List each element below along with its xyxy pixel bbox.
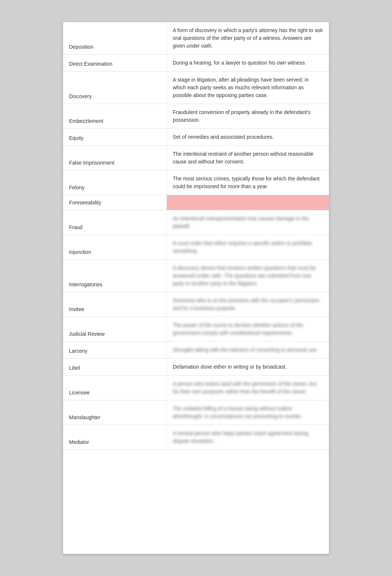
table-row: FraudAn intentional misrepresentation th… bbox=[63, 210, 329, 235]
definition-cell bbox=[166, 195, 329, 210]
definition-cell: Wrongful taking with the intention of co… bbox=[166, 342, 329, 358]
definition-cell: An intentional misrepresentation that ca… bbox=[166, 210, 329, 235]
term-cell: Larceny bbox=[63, 342, 166, 358]
term-cell: Judicial Review bbox=[63, 317, 166, 341]
table-row: EmbezzlementFraudulent conversion of pro… bbox=[63, 104, 329, 129]
term-cell: Injunction bbox=[63, 235, 166, 259]
table-row: False ImprisonmentThe intentional restra… bbox=[63, 146, 329, 170]
definition-cell: Someone who is on the premises with the … bbox=[166, 292, 329, 317]
definition-cell: Set of remedies and associated procedure… bbox=[166, 129, 329, 145]
table-row: InterrogatoriesA discovery device that i… bbox=[63, 260, 329, 292]
term-cell: Foreseeability bbox=[63, 195, 166, 210]
definition-cell: The power of the courts to declare wheth… bbox=[166, 317, 329, 341]
table-row: EquitySet of remedies and associated pro… bbox=[63, 129, 329, 146]
definition-cell: A discovery device that involves written… bbox=[166, 260, 329, 292]
definition-cell: The intentional restraint of another per… bbox=[166, 146, 329, 170]
term-cell: Deposition bbox=[63, 22, 166, 54]
definition-cell: The most serious crimes, typically those… bbox=[166, 170, 329, 195]
table-row: Foreseeability bbox=[63, 195, 329, 210]
table-row: Judicial ReviewThe power of the courts t… bbox=[63, 317, 329, 342]
term-cell: Mediator bbox=[63, 425, 166, 449]
term-cell: Equity bbox=[63, 129, 166, 145]
table-row: InviteeSomeone who is on the premises wi… bbox=[63, 292, 329, 317]
definition-cell: Fraudulent conversion of property alread… bbox=[166, 104, 329, 128]
term-cell: Licensee bbox=[63, 376, 166, 400]
definition-cell: A neutral person who helps parties reach… bbox=[166, 425, 329, 449]
table-row: LicenseeA person who enters land with th… bbox=[63, 376, 329, 400]
term-cell: Invitee bbox=[63, 292, 166, 317]
term-cell: Embezzlement bbox=[63, 104, 166, 128]
table-row: DiscoveryA stage in litigation, after al… bbox=[63, 72, 329, 104]
term-cell: Fraud bbox=[63, 210, 166, 235]
term-cell: False Imprisonment bbox=[63, 146, 166, 170]
definition-cell: During a hearing, for a lawyer to questi… bbox=[166, 55, 329, 71]
table-row: InjunctionA court order that either requ… bbox=[63, 235, 329, 260]
table-row: Direct ExaminationDuring a hearing, for … bbox=[63, 55, 329, 72]
term-cell: Libel bbox=[63, 359, 166, 375]
table-row: LarcenyWrongful taking with the intentio… bbox=[63, 342, 329, 359]
main-card: DepositionA form of discovery in which a… bbox=[63, 22, 329, 554]
definition-cell: A form of discovery in which a party's a… bbox=[166, 22, 329, 54]
definition-cell: The unlawful killing of a human being wi… bbox=[166, 400, 329, 425]
term-cell: Felony bbox=[63, 170, 166, 195]
table-row: ManslaughterThe unlawful killing of a hu… bbox=[63, 400, 329, 425]
definition-cell: A stage in litigation, after all pleadin… bbox=[166, 72, 329, 104]
table-row: MediatorA neutral person who helps parti… bbox=[63, 425, 329, 450]
term-cell: Manslaughter bbox=[63, 400, 166, 425]
table-row: FelonyThe most serious crimes, typically… bbox=[63, 170, 329, 195]
definition-cell: A court order that either requires a spe… bbox=[166, 235, 329, 259]
definition-cell: A person who enters land with the permis… bbox=[166, 376, 329, 400]
table-row: LibelDefamation done either in writing o… bbox=[63, 359, 329, 376]
term-cell: Direct Examination bbox=[63, 55, 166, 71]
term-cell: Interrogatories bbox=[63, 260, 166, 292]
term-cell: Discovery bbox=[63, 72, 166, 104]
definition-cell: Defamation done either in writing or by … bbox=[166, 359, 329, 375]
table-row: DepositionA form of discovery in which a… bbox=[63, 22, 329, 55]
